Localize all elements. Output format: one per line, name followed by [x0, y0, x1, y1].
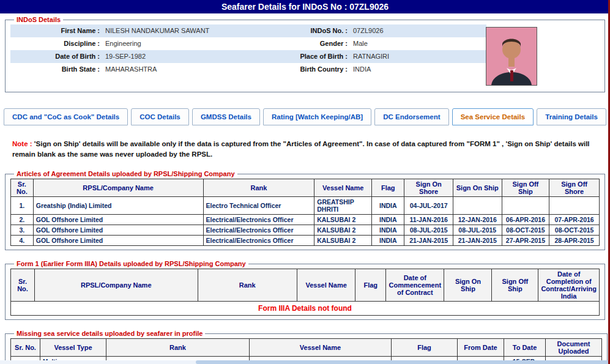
table-cell: Electro Technical Officer [203, 197, 314, 215]
indos-row: Discipline : Engineering Gender : Male [10, 37, 486, 50]
note-label: Note : [12, 140, 32, 147]
birth-state-value: MAHARASHTRA [102, 63, 286, 76]
column-header: Sign Off Ship [492, 269, 538, 302]
column-header: RPSL/Company Name [35, 269, 198, 302]
column-header: Vessel Name [314, 179, 372, 197]
gender-value: Male [350, 37, 486, 50]
table-cell: GOL Offshore Limited [33, 225, 203, 236]
indos-no-value: 07ZL9026 [350, 24, 486, 37]
tab-dc-endorsement[interactable]: DC Endorsement [374, 108, 448, 125]
articles-of-agreement-legend: Articles of Agreement Details uploaded b… [14, 170, 237, 177]
column-header: From Date [458, 339, 504, 357]
table-cell: Greatship (India) Limited [33, 197, 203, 215]
column-header: Flag [372, 179, 404, 197]
column-header: Sr. No. [11, 339, 40, 357]
column-header: Rank [203, 179, 314, 197]
table-cell: 07-APR-2016 [549, 215, 600, 225]
tab-rating-watch-keeping[interactable]: Rating [Watch Keeping/AB] [263, 108, 371, 125]
column-header: Rank [198, 269, 297, 302]
table-cell: 04-JUL-2017 [404, 197, 453, 215]
tab-sea-service-details[interactable]: Sea Service Details [452, 108, 534, 125]
seafarer-photo-image [486, 28, 537, 85]
table-header-row: Sr. No. RPSL/Company Name Rank Vessel Na… [11, 269, 600, 302]
horizontal-scrollbar-track[interactable] [0, 360, 610, 364]
table-cell: KALSUBAI 2 [314, 225, 372, 236]
tab-coc-details[interactable]: COC Details [131, 108, 189, 125]
indos-row: First Name : NILESH NANDAKUMAR SAWANT IN… [10, 24, 486, 37]
table-row: Form IIIA Details not found [11, 302, 600, 316]
table-cell: KALSUBAI 2 [314, 236, 372, 246]
table-cell: INDIA [372, 197, 404, 215]
table-cell: INDIA [372, 215, 404, 225]
table-cell: Electrical/Electronics Officer [203, 225, 314, 236]
note-text: 'Sign on Ship' details will be available… [12, 140, 590, 158]
table-cell: 2. [11, 215, 34, 225]
column-header: Sign On Ship [444, 269, 492, 302]
form1-not-found-message: Form IIIA Details not found [11, 302, 600, 316]
form1-legend: Form 1 (Earlier Form IIIA) Details uploa… [14, 260, 248, 267]
table-cell [502, 197, 549, 215]
table-cell [453, 197, 502, 215]
table-cell: 28-APR-2015 [549, 236, 600, 246]
indos-row: Birth State : MAHARASHTRA Birth Country … [10, 63, 486, 76]
table-cell: 08-JUL-2015 [404, 225, 453, 236]
table-cell: 3. [11, 225, 34, 236]
seafarer-photo [486, 27, 537, 86]
first-name-value: NILESH NANDAKUMAR SAWANT [102, 24, 286, 37]
table-cell: 12-JAN-2016 [453, 215, 502, 225]
column-header: Flag [355, 269, 386, 302]
column-header: Rank [106, 339, 250, 357]
column-header: Sign On Ship [453, 179, 502, 197]
horizontal-scrollbar-thumb[interactable] [196, 360, 610, 364]
table-cell: Electrical/Electronics Officer [203, 215, 314, 225]
column-header: Vessel Name [297, 269, 355, 302]
table-row: 4. GOL Offshore Limited Electrical/Elect… [11, 236, 600, 246]
column-header: Document Uploaded [546, 339, 602, 357]
first-name-label: First Name : [10, 24, 102, 37]
discipline-value: Engineering [102, 37, 286, 50]
table-row: 2. GOL Offshore Limited Electrical/Elect… [11, 215, 600, 225]
table-cell: 11-JAN-2016 [404, 215, 453, 225]
table-cell: 08-OCT-2015 [502, 225, 549, 236]
seafarer-details-page: Seafarer Details for INDoS No : 07ZL9026… [0, 0, 610, 364]
table-cell: 06-APR-2016 [502, 215, 549, 225]
table-cell: KALSUBAI 2 [314, 215, 372, 225]
indos-no-label: INDoS No. : [286, 24, 350, 37]
missing-sea-service-legend: Missing sea service details uploaded by … [14, 330, 205, 337]
column-header: Sign On Shore [404, 179, 453, 197]
form1-fieldset: Form 1 (Earlier Form IIIA) Details uploa… [5, 260, 605, 320]
details-tab-bar: CDC and "CoC as Cook" Details COC Detail… [4, 108, 606, 125]
indos-details-body: First Name : NILESH NANDAKUMAR SAWANT IN… [10, 24, 600, 88]
column-header: RPSL/Company Name [33, 179, 203, 197]
birth-state-label: Birth State : [10, 63, 102, 76]
page-title: Seafarer Details for INDoS No : 07ZL9026 [0, 0, 610, 13]
indos-row: Date of Birth : 19-SEP-1982 Place of Bir… [10, 50, 486, 63]
tab-training-details[interactable]: Training Details [537, 108, 606, 125]
articles-of-agreement-fieldset: Articles of Agreement Details uploaded b… [5, 170, 605, 250]
indos-details-fieldset: INDoS Details First Name : NILESH NANDAK… [5, 16, 605, 92]
articles-of-agreement-table: Sr. No. RPSL/Company Name Rank Vessel Na… [10, 179, 600, 246]
table-cell: GREATSHIP DHRITI [314, 197, 372, 215]
tab-cdc-coc-as-cook[interactable]: CDC and "CoC as Cook" Details [4, 108, 128, 125]
table-cell: 08-OCT-2015 [549, 225, 600, 236]
column-header: Vessel Type [40, 339, 106, 357]
dob-value: 19-SEP-1982 [102, 50, 286, 63]
table-cell: INDIA [372, 236, 404, 246]
birth-country-label: Birth Country : [286, 63, 350, 76]
tab-gmdss-details[interactable]: GMDSS Details [192, 108, 260, 125]
table-header-row: Sr. No. Vessel Type Rank Vessel Name Fla… [11, 339, 602, 357]
table-cell: 21-JAN-2015 [453, 236, 502, 246]
column-header: Date of Commencement of Contract [386, 269, 444, 302]
column-header: Sign Off Ship [502, 179, 549, 197]
column-header: Vessel Name [250, 339, 392, 357]
form1-table: Sr. No. RPSL/Company Name Rank Vessel Na… [10, 269, 600, 316]
table-cell: Electrical/Electronics Officer [203, 236, 314, 246]
table-cell: 21-JAN-2015 [404, 236, 453, 246]
table-cell: INDIA [372, 225, 404, 236]
table-cell: 27-APR-2015 [502, 236, 549, 246]
dob-label: Date of Birth : [10, 50, 102, 63]
birth-country-value: INDIA [350, 63, 486, 76]
table-cell: 4. [11, 236, 34, 246]
column-header: Sr. No. [11, 269, 35, 302]
column-header: To Date [504, 339, 546, 357]
